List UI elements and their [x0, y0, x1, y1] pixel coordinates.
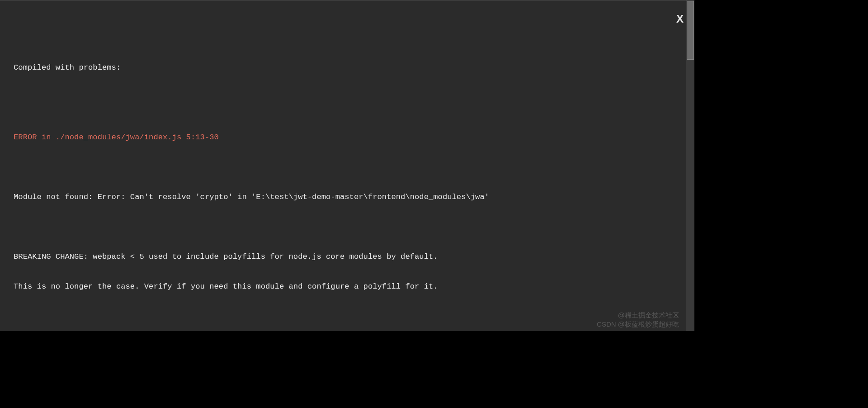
webpack-error-overlay: X Compiled with problems: ERROR in ./nod… — [0, 0, 694, 331]
error-body-line — [14, 312, 681, 322]
scrollbar-thumb[interactable] — [687, 1, 694, 60]
scrollbar-track[interactable] — [686, 0, 694, 331]
error-body-line: This is no longer the case. Verify if yo… — [14, 282, 681, 292]
error-body-line — [14, 222, 681, 232]
error-body-line: Module not found: Error: Can't resolve '… — [14, 192, 681, 202]
overlay-header: Compiled with problems: — [14, 63, 681, 73]
error-body-line: BREAKING CHANGE: webpack < 5 used to inc… — [14, 252, 681, 262]
close-button[interactable]: X — [676, 14, 684, 24]
error-heading: ERROR in ./node_modules/jwa/index.js 5:1… — [14, 133, 681, 142]
